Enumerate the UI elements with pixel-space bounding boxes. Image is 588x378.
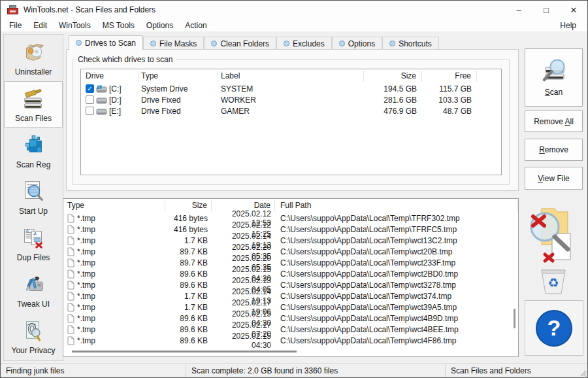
drive-label: GAMER bbox=[218, 107, 364, 116]
menu-options[interactable]: Options bbox=[140, 20, 179, 31]
window-title: WinTools.net - Scan Files and Folders bbox=[24, 5, 155, 14]
drives-groupbox: Check which drives to scan Drive Type La… bbox=[73, 60, 510, 185]
menu-bar: File Edit WinTools MS Tools Options Acti… bbox=[1, 19, 587, 31]
sidebar-item-label: Your Privacy bbox=[12, 346, 56, 355]
tab-options[interactable]: Options bbox=[332, 37, 382, 50]
file-row[interactable]: *.tmp 1.7 KB 2025.02.14 19:13 C:\Users\s… bbox=[63, 290, 518, 301]
file-size: 89.7 KB bbox=[165, 247, 212, 256]
menu-action[interactable]: Action bbox=[179, 20, 212, 31]
menu-help[interactable]: Help bbox=[554, 20, 582, 31]
col-header-label[interactable]: Label bbox=[218, 71, 364, 82]
horizontal-scrollbar-thumb[interactable] bbox=[72, 351, 297, 352]
file-icon bbox=[67, 247, 74, 256]
col-header-full-path[interactable]: Full Path bbox=[275, 200, 518, 211]
svg-text:A: A bbox=[25, 228, 29, 233]
file-icon bbox=[67, 303, 74, 312]
sidebar-item-uninstaller[interactable]: Uninstaller bbox=[4, 35, 63, 81]
col-header-type[interactable]: Type bbox=[63, 200, 165, 211]
file-size: 89.6 KB bbox=[165, 269, 212, 279]
resize-grip[interactable] bbox=[579, 369, 587, 377]
file-row[interactable]: *.tmp 89.7 KB 2025.02.20 05:35 C:\Users\… bbox=[63, 257, 518, 268]
file-row[interactable]: *.tmp 89.7 KB 2025.02.20 05:35 C:\Users\… bbox=[63, 246, 518, 257]
menu-wintools[interactable]: WinTools bbox=[53, 20, 97, 31]
scan-button[interactable]: Scan bbox=[525, 48, 583, 107]
menu-edit[interactable]: Edit bbox=[27, 20, 53, 31]
status-center: Scan complete: 2.0 GB found in 3360 file… bbox=[186, 364, 446, 377]
file-row[interactable]: *.tmp 89.6 KB 2025.02.17 07:20 C:\Users\… bbox=[63, 324, 518, 335]
tab-label: Excludes bbox=[293, 39, 325, 48]
drive-row-e[interactable]: [E:] Drive Fixed GAMER 476.9 GB 48.7 GB bbox=[81, 105, 501, 116]
tab-excludes[interactable]: Excludes bbox=[276, 37, 332, 50]
tab-drives-to-scan[interactable]: Drives to Scan bbox=[69, 35, 143, 50]
sidebar-item-your-privacy[interactable]: Your Privacy bbox=[4, 313, 63, 360]
drive-checkbox[interactable] bbox=[86, 95, 94, 104]
view-file-label: View File bbox=[538, 174, 569, 183]
remove-button[interactable]: Remove bbox=[525, 139, 583, 161]
svg-text:A: A bbox=[33, 231, 37, 237]
file-row[interactable]: *.tmp 1.7 KB 2025.02.14 19:13 C:\Users\s… bbox=[63, 235, 518, 246]
folder-search-icon bbox=[527, 203, 581, 266]
file-path: C:\Users\suppo\AppData\Local\Temp\wct2BD… bbox=[275, 269, 518, 279]
tab-circle-icon bbox=[76, 40, 82, 46]
drive-row-d[interactable]: [D:] Drive Fixed WORKER 281.6 GB 103.3 G… bbox=[81, 94, 501, 105]
file-icon bbox=[67, 314, 74, 323]
col-header-type[interactable]: Type bbox=[139, 71, 218, 82]
sidebar-item-start-up[interactable]: Start Up bbox=[4, 174, 63, 220]
file-row[interactable]: *.tmp 89.6 KB 2025.02.15 04:30 C:\Users\… bbox=[63, 313, 518, 324]
drive-icon bbox=[96, 96, 107, 104]
drive-size: 281.6 GB bbox=[364, 95, 422, 105]
sidebar-item-scan-reg[interactable]: Scan Reg bbox=[4, 128, 63, 174]
title-bar: WinTools.net - Scan Files and Folders – … bbox=[1, 1, 587, 19]
tab-file-masks[interactable]: File Masks bbox=[143, 37, 204, 50]
menu-file[interactable]: File bbox=[3, 20, 27, 31]
scan-reg-icon bbox=[21, 132, 46, 159]
tab-label: Clean Folders bbox=[220, 39, 269, 48]
help-button[interactable]: ? bbox=[525, 300, 583, 356]
col-header-size[interactable]: Size bbox=[165, 200, 212, 211]
drive-checkbox[interactable]: ✓ bbox=[86, 84, 94, 93]
drive-row-c[interactable]: ✓ [C:] System Drive SY bbox=[81, 83, 501, 94]
drive-label: WORKER bbox=[218, 95, 364, 105]
file-icon bbox=[67, 225, 74, 234]
file-type: *.tmp bbox=[77, 258, 95, 267]
col-header-drive[interactable]: Drive bbox=[81, 71, 139, 82]
sidebar-item-label: Scan Reg bbox=[16, 160, 51, 169]
menu-mstools[interactable]: MS Tools bbox=[97, 20, 140, 31]
drive-checkbox[interactable] bbox=[86, 107, 94, 115]
dup-files-icon: A A bbox=[21, 225, 46, 252]
view-file-button[interactable]: View File bbox=[525, 167, 583, 190]
minimize-button[interactable]: – bbox=[505, 1, 532, 19]
svg-text:♻: ♻ bbox=[547, 276, 559, 290]
drive-free: 115.7 GB bbox=[422, 84, 477, 94]
file-type: *.tmp bbox=[77, 214, 95, 223]
col-header-free[interactable]: Free bbox=[422, 71, 477, 82]
file-row[interactable]: *.tmp 89.6 KB 2025.02.15 04:30 C:\Users\… bbox=[63, 335, 518, 346]
file-path: C:\Users\suppo\AppData\Local\Temp\wct39A… bbox=[275, 303, 518, 312]
file-row[interactable]: *.tmp 416 bytes 2025.02.12 15:25 C:\User… bbox=[63, 224, 518, 235]
sidebar-item-tweak-ui[interactable]: Tweak UI bbox=[4, 267, 63, 313]
vertical-scrollbar-thumb[interactable] bbox=[514, 309, 515, 328]
file-row[interactable]: *.tmp 89.6 KB 2025.02.13 04:05 C:\Users\… bbox=[63, 279, 518, 290]
tab-clean-folders[interactable]: Clean Folders bbox=[204, 37, 276, 50]
close-button[interactable]: ✕ bbox=[560, 1, 587, 19]
drive-letter: [E:] bbox=[109, 107, 121, 116]
file-path: C:\Users\suppo\AppData\Local\Temp\wct233… bbox=[275, 258, 518, 267]
scan-button-label: Scan bbox=[545, 88, 563, 97]
file-row[interactable]: *.tmp 416 bytes 2025.02.12 12:53 C:\User… bbox=[63, 213, 518, 224]
tab-circle-icon bbox=[284, 41, 289, 46]
maximize-button[interactable]: □ bbox=[532, 1, 560, 19]
tab-label: Shortcuts bbox=[399, 39, 432, 48]
remove-all-button[interactable]: Remove All bbox=[525, 111, 583, 132]
sidebar-item-label: Start Up bbox=[19, 207, 48, 216]
col-header-size[interactable]: Size bbox=[364, 71, 422, 82]
file-row[interactable]: *.tmp 1.7 KB 2025.02.17 19:06 C:\Users\s… bbox=[63, 301, 518, 313]
drives-table-header: Drive Type Label Size Free bbox=[81, 69, 501, 83]
uninstaller-icon bbox=[21, 39, 46, 66]
file-row[interactable]: *.tmp 89.6 KB 2025.02.15 04:30 C:\Users\… bbox=[63, 268, 518, 279]
app-icon bbox=[7, 5, 18, 14]
tab-shortcuts[interactable]: Shortcuts bbox=[382, 37, 439, 50]
sidebar-item-scan-files[interactable]: Scan Files bbox=[4, 81, 63, 128]
scan-files-icon bbox=[21, 86, 46, 112]
drives-tab-panel: Check which drives to scan Drive Type La… bbox=[66, 49, 519, 191]
sidebar-item-dup-files[interactable]: A A Dup Files bbox=[4, 220, 63, 267]
